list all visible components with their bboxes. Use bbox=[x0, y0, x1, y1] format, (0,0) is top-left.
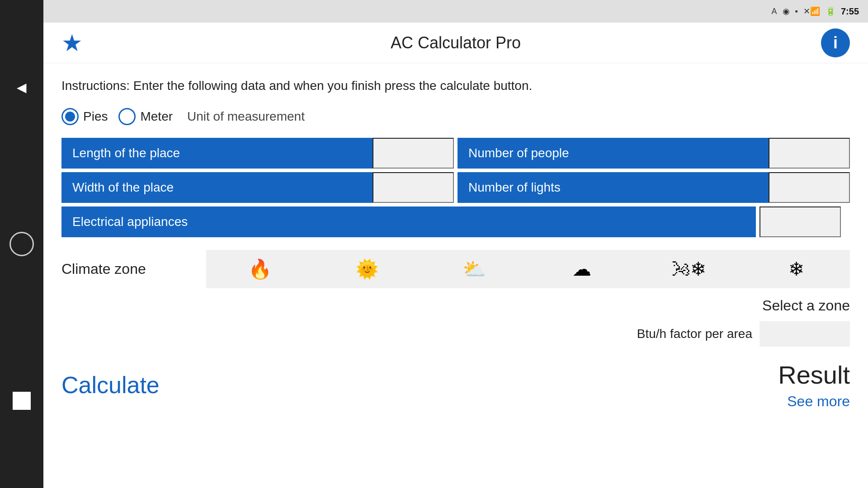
network-icon: ◉ bbox=[783, 6, 790, 16]
select-zone-text: Select a zone bbox=[762, 297, 850, 314]
home-square-icon bbox=[13, 392, 31, 410]
width-label: Width of the place bbox=[61, 172, 373, 203]
home-square-button[interactable] bbox=[8, 387, 35, 414]
app-title: AC Calculator Pro bbox=[391, 33, 521, 52]
status-icons: A ◉ ▪ ✕📶 🔋 7:55 bbox=[772, 6, 859, 17]
home-circle-icon bbox=[9, 232, 34, 256]
unit-of-measurement-label: Unit of measurement bbox=[187, 109, 305, 124]
back-arrow-icon: ◀ bbox=[17, 80, 27, 95]
people-field: Number of people bbox=[458, 138, 850, 169]
status-bar: A ◉ ▪ ✕📶 🔋 7:55 bbox=[43, 0, 868, 23]
sim-icon: ▪ bbox=[795, 7, 798, 16]
clock: 7:55 bbox=[841, 6, 859, 17]
see-more-button[interactable]: See more bbox=[787, 393, 850, 410]
people-input[interactable] bbox=[769, 138, 850, 169]
climate-sun-button[interactable]: 🌞 bbox=[313, 250, 420, 288]
home-circle-button[interactable] bbox=[8, 230, 35, 258]
select-zone-row: Select a zone bbox=[61, 297, 850, 314]
length-label: Length of the place bbox=[61, 138, 373, 169]
climate-partly-cloudy-button[interactable]: ⛅ bbox=[421, 250, 528, 288]
signal-icon: ✕📶 bbox=[803, 6, 820, 16]
row-1: Length of the place Number of people bbox=[61, 138, 850, 169]
climate-icons-row: 🔥 🌞 ⛅ ☁ 🌬❄ ❄ bbox=[206, 250, 850, 288]
pies-option[interactable]: Pies bbox=[61, 108, 108, 125]
back-button[interactable]: ◀ bbox=[8, 74, 35, 101]
climate-zone-label: Climate zone bbox=[61, 261, 206, 277]
meter-radio[interactable] bbox=[118, 108, 136, 125]
input-rows: Length of the place Number of people Wid… bbox=[61, 138, 850, 237]
main-content: A ◉ ▪ ✕📶 🔋 7:55 ★ AC Calculator Pro i In… bbox=[43, 0, 868, 488]
result-section: Result See more bbox=[778, 360, 850, 410]
length-field: Length of the place bbox=[61, 138, 454, 169]
pies-radio[interactable] bbox=[61, 108, 79, 125]
electrical-input[interactable] bbox=[760, 206, 841, 237]
lights-field: Number of lights bbox=[458, 172, 850, 203]
meter-label: Meter bbox=[140, 109, 173, 124]
meter-option[interactable]: Meter bbox=[118, 108, 173, 125]
climate-windy-cold-button[interactable]: 🌬❄ bbox=[635, 250, 742, 288]
unit-row: Pies Meter Unit of measurement bbox=[61, 108, 850, 125]
info-icon: i bbox=[833, 33, 838, 52]
climate-cloudy-button[interactable]: ☁ bbox=[528, 250, 635, 288]
people-label: Number of people bbox=[458, 138, 769, 169]
btu-row: Btu/h factor per area bbox=[61, 321, 850, 347]
app-header: ★ AC Calculator Pro i bbox=[43, 23, 868, 63]
bottom-row: Calculate Result See more bbox=[61, 360, 850, 410]
result-label: Result bbox=[778, 360, 850, 389]
lights-input[interactable] bbox=[769, 172, 850, 203]
width-input[interactable] bbox=[373, 172, 454, 203]
battery-icon: 🔋 bbox=[826, 6, 835, 16]
star-icon: ★ bbox=[61, 29, 83, 56]
climate-snow-button[interactable]: ❄ bbox=[743, 250, 850, 288]
btu-label: Btu/h factor per area bbox=[637, 327, 752, 341]
row-2: Width of the place Number of lights bbox=[61, 172, 850, 203]
width-field: Width of the place bbox=[61, 172, 454, 203]
climate-fire-button[interactable]: 🔥 bbox=[206, 250, 313, 288]
row-3: Electrical appliances bbox=[61, 206, 850, 237]
electrical-label: Electrical appliances bbox=[61, 206, 756, 237]
nav-bar: ◀ bbox=[0, 0, 43, 488]
lights-label: Number of lights bbox=[458, 172, 769, 203]
keyboard-icon: A bbox=[772, 7, 777, 16]
calculate-button[interactable]: Calculate bbox=[61, 371, 160, 399]
content-area: Instructions: Enter the following data a… bbox=[43, 63, 868, 488]
pies-label: Pies bbox=[83, 109, 108, 124]
info-button[interactable]: i bbox=[821, 28, 850, 57]
btu-input[interactable] bbox=[760, 321, 850, 347]
instructions-text: Instructions: Enter the following data a… bbox=[61, 77, 850, 94]
climate-section: Climate zone 🔥 🌞 ⛅ ☁ 🌬❄ ❄ bbox=[61, 250, 850, 288]
length-input[interactable] bbox=[373, 138, 454, 169]
